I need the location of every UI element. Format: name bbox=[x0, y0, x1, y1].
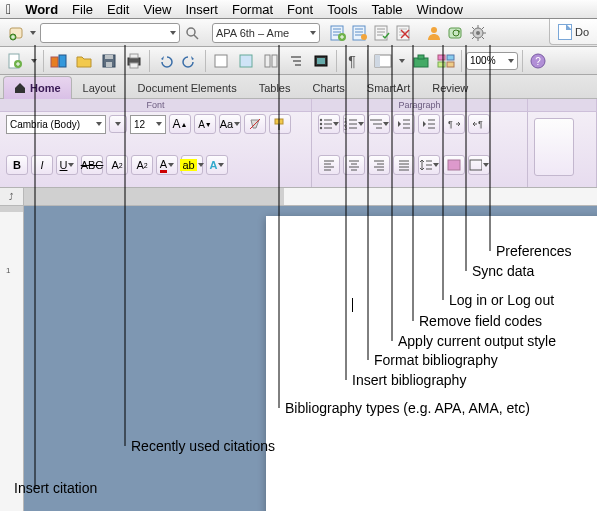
open-button[interactable] bbox=[73, 50, 95, 72]
multilevel-button[interactable] bbox=[368, 114, 390, 134]
view-outline[interactable] bbox=[285, 50, 307, 72]
tab-document-elements[interactable]: Document Elements bbox=[127, 76, 248, 99]
insert-citation-button[interactable] bbox=[6, 23, 26, 43]
menu-table[interactable]: Table bbox=[371, 2, 402, 17]
citation-dropdown-toggle[interactable] bbox=[28, 23, 38, 43]
save-button[interactable] bbox=[98, 50, 120, 72]
font-name-value: Cambria (Body) bbox=[10, 119, 80, 130]
insert-bibliography-button[interactable] bbox=[328, 23, 348, 43]
apply-style-button[interactable] bbox=[372, 23, 392, 43]
login-button[interactable] bbox=[424, 23, 444, 43]
tab-charts-label: Charts bbox=[312, 82, 344, 94]
menu-window[interactable]: Window bbox=[417, 2, 463, 17]
undo-button[interactable] bbox=[154, 50, 176, 72]
clear-formatting-button[interactable] bbox=[244, 114, 266, 134]
line-spacing-button[interactable] bbox=[418, 155, 440, 175]
grow-font-button[interactable]: A▲ bbox=[169, 114, 191, 134]
rtl-button[interactable]: ¶ bbox=[468, 114, 490, 134]
format-bibliography-button[interactable] bbox=[350, 23, 370, 43]
view-notebook[interactable] bbox=[235, 50, 257, 72]
change-case-button[interactable]: Aa bbox=[219, 114, 241, 134]
toolbox-button[interactable] bbox=[410, 50, 432, 72]
align-right-button[interactable] bbox=[368, 155, 390, 175]
svg-rect-47 bbox=[447, 62, 454, 67]
svg-rect-32 bbox=[130, 54, 138, 58]
mac-menu-bar:  Word File Edit View Insert Format Font… bbox=[0, 0, 597, 19]
apple-menu[interactable]:  bbox=[6, 2, 11, 16]
menu-view[interactable]: View bbox=[143, 2, 171, 17]
underline-button[interactable]: U bbox=[56, 155, 78, 175]
tab-review-label: Review bbox=[432, 82, 468, 94]
menu-insert[interactable]: Insert bbox=[185, 2, 218, 17]
bullets-button[interactable] bbox=[318, 114, 340, 134]
ruler-corner[interactable]: ⤴ bbox=[0, 188, 24, 206]
sync-button[interactable] bbox=[446, 23, 466, 43]
chevron-down-icon bbox=[170, 31, 176, 35]
vertical-ruler[interactable]: 1 bbox=[0, 206, 24, 511]
text-effects-button[interactable]: A bbox=[206, 155, 228, 175]
app-name[interactable]: Word bbox=[25, 2, 58, 17]
tab-smartart[interactable]: SmartArt bbox=[356, 76, 421, 99]
highlight-button[interactable]: ab bbox=[181, 155, 203, 175]
menu-edit[interactable]: Edit bbox=[107, 2, 129, 17]
svg-point-55 bbox=[320, 123, 322, 125]
zoom-combo[interactable]: 100% bbox=[466, 52, 518, 70]
superscript-button[interactable]: A2 bbox=[106, 155, 128, 175]
document-tab[interactable]: Do bbox=[549, 19, 597, 45]
italic-button[interactable]: I bbox=[31, 155, 53, 175]
preferences-button[interactable] bbox=[468, 23, 488, 43]
svg-line-21 bbox=[482, 37, 484, 39]
horizontal-ruler[interactable] bbox=[24, 188, 597, 206]
decrease-indent-button[interactable] bbox=[393, 114, 415, 134]
templates-button[interactable] bbox=[48, 50, 70, 72]
home-icon bbox=[14, 82, 26, 94]
show-formatting-button[interactable]: ¶ bbox=[341, 50, 363, 72]
subscript-button[interactable]: A2 bbox=[131, 155, 153, 175]
menu-format[interactable]: Format bbox=[232, 2, 273, 17]
increase-indent-button[interactable] bbox=[418, 114, 440, 134]
document-page[interactable] bbox=[266, 216, 597, 511]
view-fullscreen[interactable] bbox=[310, 50, 332, 72]
sidebar-dropdown[interactable] bbox=[397, 50, 407, 72]
font-color-button[interactable]: A bbox=[156, 155, 178, 175]
tab-home[interactable]: Home bbox=[3, 76, 72, 99]
bibliography-style-combo[interactable]: APA 6th – Ame bbox=[212, 23, 320, 43]
styles-gallery[interactable] bbox=[534, 118, 574, 176]
shading-button[interactable] bbox=[443, 155, 465, 175]
font-name-picker[interactable] bbox=[109, 115, 127, 133]
view-print-layout[interactable] bbox=[210, 50, 232, 72]
font-size-combo[interactable]: 12 bbox=[130, 115, 166, 134]
tab-tables[interactable]: Tables bbox=[248, 76, 302, 99]
menu-file[interactable]: File bbox=[72, 2, 93, 17]
print-button[interactable] bbox=[123, 50, 145, 72]
strikethrough-button[interactable]: ABC bbox=[81, 155, 103, 175]
shrink-font-button[interactable]: A▼ bbox=[194, 114, 216, 134]
bold-button[interactable]: B bbox=[6, 155, 28, 175]
new-button[interactable] bbox=[4, 50, 26, 72]
tab-charts[interactable]: Charts bbox=[301, 76, 355, 99]
tab-review[interactable]: Review bbox=[421, 76, 479, 99]
format-painter-button[interactable] bbox=[269, 114, 291, 134]
redo-button[interactable] bbox=[179, 50, 201, 72]
sidebar-button[interactable] bbox=[372, 50, 394, 72]
view-publishing[interactable] bbox=[260, 50, 282, 72]
gallery-button[interactable] bbox=[435, 50, 457, 72]
new-dropdown[interactable] bbox=[29, 50, 39, 72]
tab-layout[interactable]: Layout bbox=[72, 76, 127, 99]
numbering-button[interactable]: 123 bbox=[343, 114, 365, 134]
ltr-button[interactable]: ¶ bbox=[443, 114, 465, 134]
recent-search-button[interactable] bbox=[182, 23, 202, 43]
svg-point-53 bbox=[320, 119, 322, 121]
align-left-button[interactable] bbox=[318, 155, 340, 175]
font-name-combo[interactable]: Cambria (Body) bbox=[6, 115, 106, 134]
align-justify-button[interactable] bbox=[393, 155, 415, 175]
menu-tools[interactable]: Tools bbox=[327, 2, 357, 17]
remove-field-codes-button[interactable] bbox=[394, 23, 414, 43]
citation-toolbar: APA 6th – Ame Do bbox=[0, 19, 597, 47]
help-button[interactable]: ? bbox=[527, 50, 549, 72]
svg-line-22 bbox=[482, 27, 484, 29]
menu-font[interactable]: Font bbox=[287, 2, 313, 17]
borders-button[interactable] bbox=[468, 155, 490, 175]
align-center-button[interactable] bbox=[343, 155, 365, 175]
recent-citations-combo[interactable] bbox=[40, 23, 180, 43]
